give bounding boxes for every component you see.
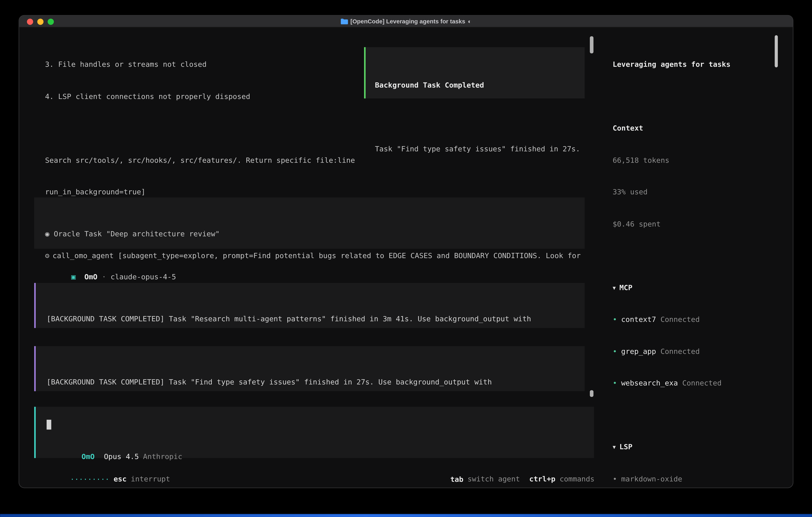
esc-key-label: esc <box>114 475 127 483</box>
message-card: [BACKGROUND TASK COMPLETED] Task "Find t… <box>34 346 585 391</box>
mcp-item: •context7 Connected <box>613 314 776 325</box>
window-title-text: [OpenCode] Leveraging agents for tasks <box>350 18 465 24</box>
mcp-item: •grep_app Connected <box>613 346 776 356</box>
tab-key-label: tab <box>451 475 464 483</box>
spinner-dots: ········· <box>70 475 110 483</box>
oracle-title: Oracle Task "Deep architecture review" <box>54 229 220 238</box>
context-used: 33% used <box>613 187 776 197</box>
close-button[interactable] <box>27 19 33 25</box>
triangle-down-icon: ▼ <box>613 285 616 291</box>
zoom-button[interactable] <box>48 19 54 25</box>
agent-model: claude-opus-4-5 <box>111 272 176 280</box>
screen: [OpenCode] Leveraging agents for tasks ◐… <box>0 0 812 517</box>
prompt-input[interactable]: OmOOpus 4.5Anthropic <box>34 407 594 458</box>
agent-icon: ▣ <box>71 272 76 280</box>
sidebar-scrollbar-thumb[interactable] <box>775 35 778 67</box>
message-text: [BACKGROUND TASK COMPLETED] Task "Resear… <box>47 314 585 324</box>
opencode-window: [OpenCode] Leveraging agents for tasks ◐… <box>19 16 793 488</box>
interrupt-label: interrupt <box>131 475 170 483</box>
traffic-lights <box>27 19 54 25</box>
section-lsp-header[interactable]: ▼LSP <box>613 441 776 452</box>
bottom-screen-edge <box>0 514 812 517</box>
context-spent: $0.46 spent <box>613 218 776 229</box>
bullet-icon: • <box>613 379 617 387</box>
status-bar: ·········escinterrupt tabswitch agentctr… <box>35 463 594 488</box>
bullet-icon: • <box>613 315 617 323</box>
main-scrollbar-thumb[interactable] <box>590 390 593 397</box>
agent-separator: · <box>102 272 106 280</box>
mcp-item: •websearch_exa Connected <box>613 378 776 388</box>
toast-notification[interactable]: Background Task Completed Task "Find typ… <box>364 47 585 99</box>
commands-label: commands <box>560 475 594 483</box>
bullet-icon: • <box>613 347 617 355</box>
minimize-button[interactable] <box>37 19 44 25</box>
model-label: Opus 4.5 <box>104 452 139 460</box>
window-title: [OpenCode] Leveraging agents for tasks ◐ <box>341 18 471 24</box>
status-right: tabswitch agentctrl+pcommands <box>415 463 594 488</box>
folder-icon <box>341 19 348 24</box>
toast-title: Background Task Completed <box>375 80 585 90</box>
text-cursor <box>47 419 51 430</box>
sidebar-title: Leveraging agents for tasks <box>613 59 776 70</box>
sidebar: Leveraging agents for tasks Context 66,5… <box>613 38 776 488</box>
context-tokens: 66,518 tokens <box>613 155 776 165</box>
provider-label: Anthropic <box>143 452 182 460</box>
spinner-icon: ◐ <box>468 18 471 24</box>
lsp-item: •markdown-oxide <box>613 473 776 484</box>
oracle-panel: ◉ Oracle Task "Deep architecture review"… <box>34 197 585 249</box>
triangle-down-icon: ▼ <box>613 444 616 450</box>
titlebar: [OpenCode] Leveraging agents for tasks ◐ <box>19 16 793 28</box>
section-mcp-header[interactable]: ▼MCP <box>613 282 776 293</box>
ctrlp-key-label: ctrl+p <box>529 475 555 483</box>
status-left: ·········escinterrupt <box>35 463 170 488</box>
agent-label: OmO <box>82 452 95 460</box>
switch-agent-label: switch agent <box>467 475 520 483</box>
message-text: [BACKGROUND TASK COMPLETED] Task "Find t… <box>47 377 585 387</box>
fisheye-icon: ◉ <box>45 229 49 238</box>
oracle-title-line: ◉ Oracle Task "Deep architecture review" <box>45 228 585 239</box>
input-model-row: OmOOpus 4.5Anthropic <box>47 440 182 451</box>
message-card: [BACKGROUND TASK COMPLETED] Task "Resear… <box>34 283 585 328</box>
agent-name: OmO <box>84 272 97 280</box>
transcript-line: run_in_background=true] <box>45 187 585 197</box>
context-heading: Context <box>613 123 776 133</box>
toast-body: Task "Find type safety issues" finished … <box>375 143 585 154</box>
main-scrollbar-thumb[interactable] <box>590 36 593 53</box>
bullet-icon: • <box>613 474 617 483</box>
